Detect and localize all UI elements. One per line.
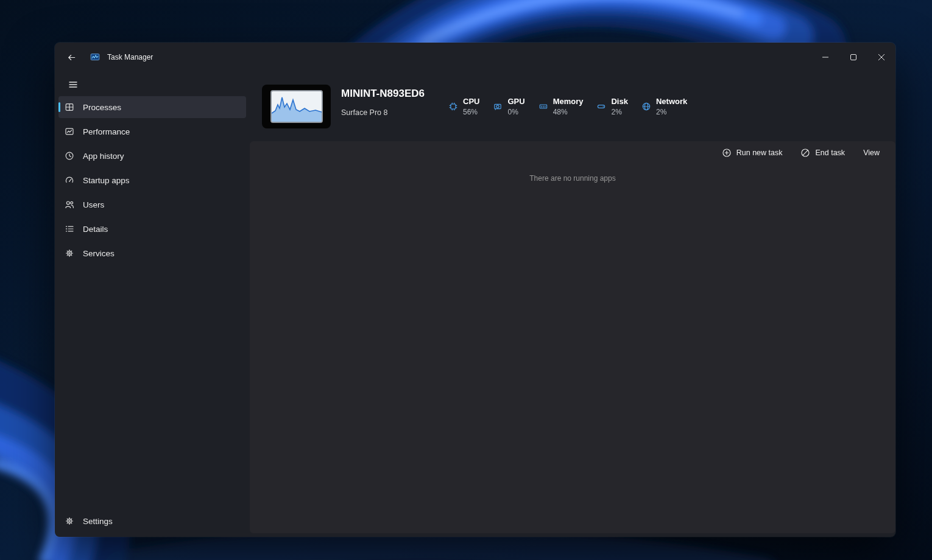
users-icon bbox=[65, 200, 74, 209]
app-history-icon bbox=[65, 151, 74, 161]
sidebar-item-users[interactable]: Users bbox=[58, 194, 246, 215]
stat-label: Network bbox=[656, 97, 687, 106]
stat-value: 48% bbox=[553, 108, 584, 116]
run-new-task-icon bbox=[722, 148, 732, 158]
stat-label: CPU bbox=[463, 97, 479, 106]
details-icon bbox=[65, 224, 74, 234]
device-model: Surface Pro 8 bbox=[341, 108, 387, 117]
stat-label: Memory bbox=[553, 97, 584, 106]
stat-gpu: GPU 0% bbox=[493, 97, 524, 116]
stat-value: 2% bbox=[656, 108, 687, 116]
selection-indicator bbox=[58, 102, 60, 112]
empty-state-message: There are no running apps bbox=[250, 174, 895, 183]
sidebar-item-services[interactable]: Services bbox=[58, 242, 246, 264]
device-thumbnail bbox=[262, 85, 331, 128]
sidebar-item-label: Details bbox=[83, 225, 108, 234]
stat-memory: Memory 48% bbox=[538, 97, 584, 116]
sidebar-item-processes[interactable]: Processes bbox=[58, 96, 246, 118]
back-button[interactable] bbox=[62, 48, 80, 66]
memory-icon bbox=[538, 102, 548, 111]
settings-gear-icon bbox=[65, 516, 74, 526]
sidebar-item-label: Settings bbox=[83, 517, 113, 526]
stat-disk: Disk 2% bbox=[596, 97, 627, 116]
stat-label: Disk bbox=[611, 97, 627, 106]
disk-icon bbox=[596, 102, 606, 111]
end-task-icon bbox=[800, 148, 810, 158]
sidebar-item-label: Startup apps bbox=[83, 176, 130, 185]
sidebar-item-label: Users bbox=[83, 200, 104, 209]
sidebar-item-settings[interactable]: Settings bbox=[58, 510, 246, 532]
navigation-menu-button[interactable] bbox=[63, 75, 83, 94]
sidebar-item-startup-apps[interactable]: Startup apps bbox=[58, 169, 246, 191]
task-manager-app-icon bbox=[90, 52, 100, 62]
system-stats: CPU 56% GPU 0% bbox=[448, 72, 687, 141]
services-icon bbox=[65, 248, 74, 258]
sidebar-item-label: Services bbox=[83, 249, 115, 258]
titlebar: Task Manager bbox=[55, 43, 895, 72]
processes-toolbar: Run new task End task View bbox=[722, 148, 880, 158]
stat-value: 2% bbox=[611, 108, 627, 116]
stat-value: 0% bbox=[507, 108, 524, 116]
stat-cpu: CPU 56% bbox=[448, 97, 479, 116]
back-arrow-icon bbox=[67, 53, 76, 62]
sidebar-item-performance[interactable]: Performance bbox=[58, 121, 246, 142]
end-task-label: End task bbox=[815, 149, 845, 157]
task-manager-window: Task Manager bbox=[55, 43, 895, 537]
processes-panel: Run new task End task View There are no … bbox=[250, 141, 895, 533]
device-thumbnail-screen bbox=[272, 91, 322, 122]
device-header: MININT-N893ED6 Surface Pro 8 CP bbox=[250, 72, 895, 141]
sidebar-item-label: Performance bbox=[83, 127, 130, 136]
cpu-icon bbox=[448, 102, 458, 111]
sidebar-nav: Processes Performance App history bbox=[55, 96, 250, 264]
network-globe-icon bbox=[641, 102, 651, 111]
sidebar-item-app-history[interactable]: App history bbox=[58, 145, 246, 167]
stat-label: GPU bbox=[507, 97, 524, 106]
sidebar-item-details[interactable]: Details bbox=[58, 218, 246, 240]
maximize-icon bbox=[850, 54, 856, 60]
sidebar: Processes Performance App history bbox=[55, 72, 250, 537]
maximize-button[interactable] bbox=[839, 43, 867, 72]
main-content: MININT-N893ED6 Surface Pro 8 CP bbox=[250, 72, 895, 537]
startup-apps-icon bbox=[65, 175, 74, 185]
close-button[interactable] bbox=[867, 43, 895, 72]
sidebar-item-label: App history bbox=[83, 152, 124, 161]
run-new-task-label: Run new task bbox=[736, 149, 783, 157]
device-name: MININT-N893ED6 bbox=[341, 88, 425, 100]
stat-value: 56% bbox=[463, 108, 479, 116]
processes-icon bbox=[65, 102, 74, 112]
sidebar-item-label: Processes bbox=[83, 103, 121, 112]
close-icon bbox=[878, 54, 884, 60]
view-button[interactable]: View bbox=[863, 149, 880, 157]
hamburger-icon bbox=[68, 80, 78, 89]
stat-network: Network 2% bbox=[641, 97, 687, 116]
window-title: Task Manager bbox=[107, 53, 153, 61]
gpu-icon bbox=[493, 102, 503, 111]
minimize-button[interactable] bbox=[811, 43, 839, 72]
window-controls bbox=[811, 43, 895, 72]
end-task-button[interactable]: End task bbox=[800, 148, 845, 158]
view-label: View bbox=[863, 149, 880, 157]
performance-icon bbox=[65, 127, 74, 136]
run-new-task-button[interactable]: Run new task bbox=[722, 148, 783, 158]
minimize-icon bbox=[822, 54, 828, 60]
